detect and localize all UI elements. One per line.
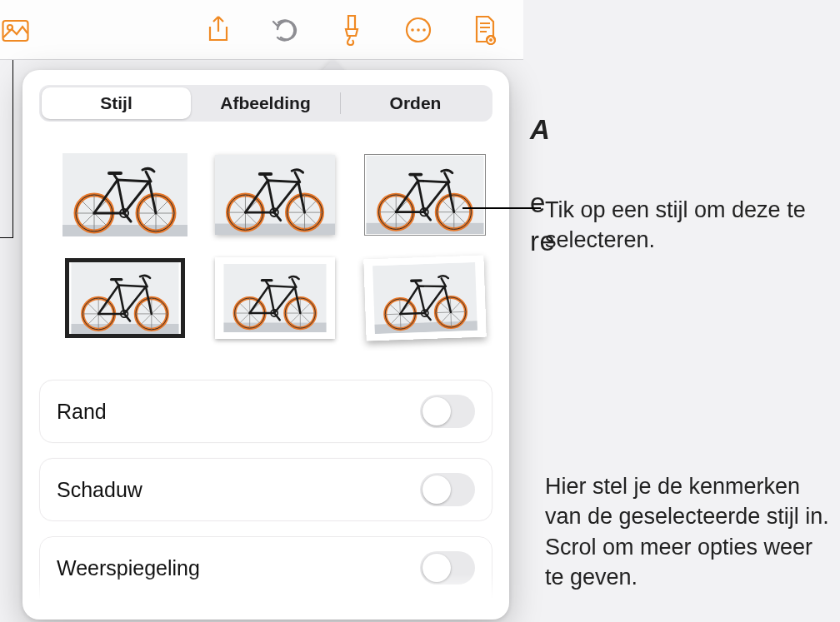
format-brush-icon[interactable] [333, 12, 370, 48]
option-label: Schaduw [57, 478, 142, 502]
document-body-fragment: A e re [530, 60, 838, 310]
tab-label: Afbeelding [220, 93, 311, 113]
tab-label: Stijl [100, 93, 132, 113]
style-options: Rand Schaduw Weerspiegeling [39, 380, 492, 615]
share-icon[interactable] [200, 12, 237, 48]
style-thumb-white-frame[interactable] [212, 256, 338, 340]
tab-afbeelding[interactable]: Afbeelding [191, 87, 340, 119]
callout-leader-1 [462, 207, 541, 209]
option-label: Rand [57, 400, 107, 424]
switch-schaduw[interactable] [420, 473, 475, 506]
style-thumb-plain[interactable] [62, 153, 188, 236]
tab-label: Orden [390, 93, 442, 113]
style-thumbnails [62, 153, 486, 340]
switch-weerspiegeling[interactable] [420, 551, 475, 585]
callout-style-attributes: Hier stel je de kenmerken van de geselec… [545, 471, 837, 593]
svg-rect-0 [3, 21, 28, 41]
tab-segmented-control: Stijl Afbeelding Orden [39, 85, 492, 122]
style-thumb-thin-border[interactable] [362, 153, 488, 236]
svg-point-4 [417, 28, 420, 32]
option-row-schaduw[interactable]: Schaduw [39, 458, 492, 521]
tab-stijl[interactable]: Stijl [42, 87, 191, 119]
undo-icon[interactable] [267, 12, 303, 48]
top-toolbar [0, 0, 523, 60]
option-row-rand[interactable]: Rand [39, 380, 492, 443]
svg-point-5 [422, 28, 426, 32]
photos-icon[interactable] [0, 12, 37, 48]
svg-point-8 [489, 38, 492, 42]
option-label: Weerspiegeling [57, 556, 200, 580]
option-row-weerspiegeling[interactable]: Weerspiegeling [39, 536, 492, 600]
tab-orden[interactable]: Orden [341, 87, 490, 119]
style-thumb-shadow[interactable] [212, 153, 338, 236]
style-thumb-tilted-frame[interactable] [362, 256, 488, 340]
style-thumb-thick-border[interactable] [62, 256, 188, 340]
format-popover: Stijl Afbeelding Orden Rand [22, 70, 509, 620]
svg-point-3 [411, 28, 414, 32]
document-preview-icon[interactable] [467, 12, 503, 48]
switch-rand[interactable] [420, 395, 475, 428]
callout-select-style: Tik op een stijl om deze te selecteren. [545, 195, 828, 256]
more-icon[interactable] [400, 12, 437, 48]
